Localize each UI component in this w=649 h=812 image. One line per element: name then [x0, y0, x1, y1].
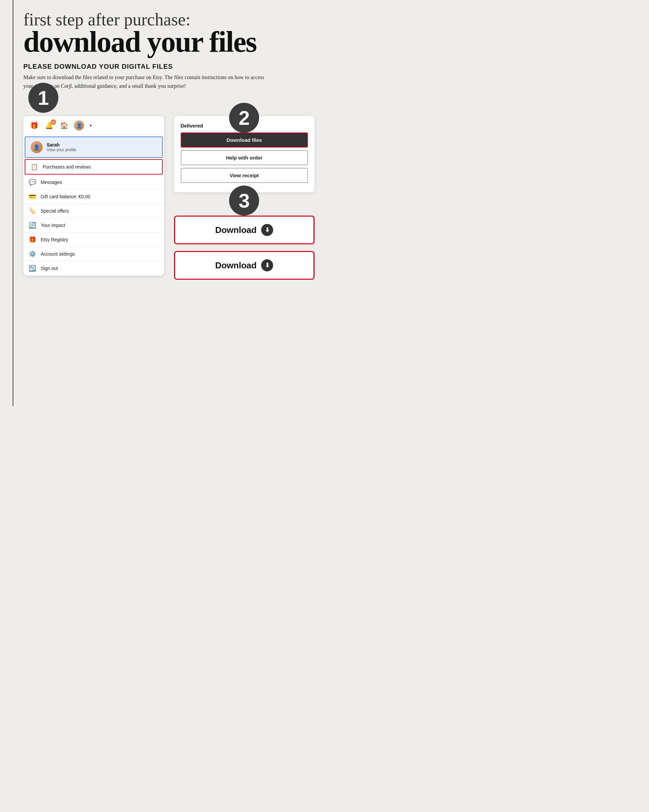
menu-item-icon: 🎁 [29, 236, 36, 243]
etsy-dropdown-menu: 👤 Sarah View your profile 📋 Purchases an… [23, 136, 164, 276]
etsy-toolbar: 🎁 🔔 50 🏠 👤 ▾ [23, 116, 164, 135]
avatar-button[interactable]: 👤 [74, 120, 84, 131]
step2-wrapper: 2 Delivered Download files Help with ord… [174, 116, 315, 192]
menu-item-label: Messages [41, 180, 62, 185]
menu-item-icon: 📋 [31, 163, 38, 171]
gift-icon: 🎁 [30, 122, 38, 130]
header-section: first step after purchase: download your… [20, 7, 318, 57]
steps-container: 1 🎁 🔔 50 🏠 👤 ▾ [20, 96, 318, 280]
step2-number: 2 [229, 103, 259, 133]
profile-avatar: 👤 [31, 141, 43, 153]
menu-item[interactable]: 🔄 Your impact [23, 218, 164, 233]
profile-menu-item[interactable]: 👤 Sarah View your profile [25, 136, 163, 158]
menu-item[interactable]: 💬 Messages [23, 175, 164, 189]
menu-item-label: Purchases and reviews [43, 164, 91, 169]
menu-item-icon: 🔄 [29, 221, 36, 229]
profile-info: Sarah View your profile [47, 142, 76, 152]
menu-item-label: Sign out [41, 266, 58, 271]
menu-item-label: Etsy Registry [41, 237, 68, 242]
help-with-order-button[interactable]: Help with order [181, 150, 308, 165]
download-button-2[interactable]: Download ⬇ [174, 251, 315, 280]
download-icon-1: ⬇ [261, 224, 273, 236]
step3-wrapper: 3 Download ⬇ Download ⬇ [174, 209, 315, 280]
page-wrapper: www.marryful.org first step after purcha… [0, 0, 324, 406]
download-label-2: Download [215, 260, 256, 271]
menu-item-label: Account settings [41, 251, 75, 256]
notification-badge: 50 [51, 119, 56, 125]
menu-item[interactable]: ⚙️ Account settings [23, 247, 164, 261]
profile-sub: View your profile [47, 148, 76, 152]
menu-item-icon: 💬 [29, 179, 36, 186]
bold-title: download your files [23, 27, 318, 57]
download-buttons-list: Download ⬇ Download ⬇ [174, 209, 315, 280]
subtitle-heading: PLEASE DOWNLOAD YOUR DIGITAL FILES [23, 63, 314, 70]
download-button-1[interactable]: Download ⬇ [174, 215, 315, 244]
menu-item[interactable]: 🏷️ Special offers [23, 204, 164, 218]
menu-item[interactable]: 💳 Gift card balance: €0.00 [23, 189, 164, 204]
menu-item-label: Special offers [41, 208, 69, 214]
download-files-button[interactable]: Download files [181, 133, 308, 148]
notification-icon[interactable]: 🔔 50 [45, 122, 53, 130]
menu-item[interactable]: ↩️ Sign out [23, 261, 164, 276]
download-label-1: Download [215, 225, 256, 235]
menu-item[interactable]: 🎁 Etsy Registry [23, 233, 164, 247]
view-receipt-button[interactable]: View receipt [181, 168, 308, 183]
menu-item-icon: 🏷️ [29, 207, 36, 215]
etsy-mockup: 🎁 🔔 50 🏠 👤 ▾ 👤 Sarah [23, 116, 164, 276]
shop-icon: 🏠 [60, 122, 69, 130]
profile-name: Sarah [47, 142, 76, 148]
menu-item[interactable]: 📋 Purchases and reviews [25, 159, 163, 174]
vertical-line [13, 0, 13, 406]
avatar-chevron-icon: ▾ [90, 123, 92, 128]
step2-step3-column: 2 Delivered Download files Help with ord… [174, 96, 315, 280]
menu-item-label: Your impact [41, 223, 65, 228]
subtitle-body: Make sure to download the files related … [23, 73, 273, 90]
menu-item-icon: ↩️ [29, 265, 36, 272]
menu-item-icon: 💳 [29, 193, 36, 200]
step1-number: 1 [28, 83, 58, 113]
step3-number: 3 [229, 186, 259, 215]
menu-item-label: Gift card balance: €0.00 [41, 194, 90, 199]
menu-items-list: 📋 Purchases and reviews 💬 Messages 💳 Gif… [23, 159, 164, 276]
download-icon-2: ⬇ [261, 259, 273, 271]
menu-item-icon: ⚙️ [29, 250, 36, 258]
step1-column: 1 🎁 🔔 50 🏠 👤 ▾ [23, 96, 164, 276]
subtitle-section: PLEASE DOWNLOAD YOUR DIGITAL FILES Make … [20, 57, 318, 96]
